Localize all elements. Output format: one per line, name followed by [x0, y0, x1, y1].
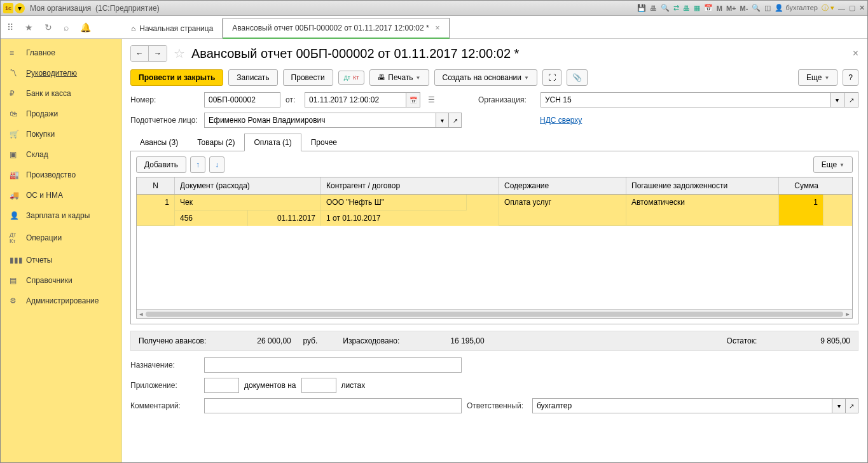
dropdown-icon[interactable]: ▾	[436, 113, 449, 128]
tab-home[interactable]: ⌂ Начальная страница	[121, 18, 223, 38]
responsible-input[interactable]	[532, 398, 832, 413]
mminus-indicator[interactable]: M-	[740, 4, 748, 12]
more-button[interactable]: Еще ▼	[798, 69, 837, 86]
col-sum-header[interactable]: Сумма	[779, 177, 823, 194]
table-row[interactable]: 1 Чек 456 01.11.2017 ООО "Нефть Ш" 1	[137, 195, 852, 226]
tab-document[interactable]: Авансовый отчет 00БП-000002 от 01.11.201…	[223, 18, 449, 39]
nav-reports[interactable]: ▮▮▮Отчеты	[1, 250, 121, 270]
attach-button[interactable]: 📎	[567, 69, 588, 86]
tab-advances[interactable]: Авансы (3)	[130, 134, 188, 151]
nav-purchases[interactable]: 🛒Покупки	[1, 124, 121, 144]
open-icon[interactable]: ↗	[846, 398, 858, 413]
tab-document-label: Авансовый отчет 00БП-000002 от 01.11.201…	[232, 24, 429, 32]
factory-icon: 🏭	[10, 170, 20, 179]
favorite-icon[interactable]: ★	[25, 22, 33, 32]
calendar-picker-icon[interactable]: 📅	[406, 92, 420, 107]
nav-sales[interactable]: 🛍Продажи	[1, 104, 121, 124]
nav-manager[interactable]: 〽Руководителю	[1, 63, 121, 83]
titlebar-menu-button[interactable]: ▾	[15, 3, 25, 13]
maximize-button[interactable]: ▢	[849, 4, 855, 12]
info-icon[interactable]: ⓘ ▾	[822, 3, 834, 13]
cell-doc-date: 01.11.2017	[248, 211, 320, 226]
move-down-button[interactable]: ↓	[209, 156, 224, 173]
person-input[interactable]	[204, 113, 436, 128]
col-pog-header[interactable]: Погашение задолженности	[626, 177, 779, 194]
cell-n: 1	[137, 195, 175, 226]
save-icon[interactable]: 💾	[637, 4, 646, 12]
nav-production[interactable]: 🏭Производство	[1, 165, 121, 185]
dropdown-icon[interactable]: ▾	[830, 92, 844, 107]
m-indicator[interactable]: M	[717, 4, 722, 12]
favorite-star-icon[interactable]: ☆	[174, 46, 185, 61]
nav-admin[interactable]: ⚙Администрирование	[1, 291, 121, 311]
tab-goods[interactable]: Товары (2)	[188, 134, 244, 151]
panels-icon[interactable]: ◫	[764, 4, 771, 12]
cell-doc-num: 456	[175, 211, 248, 226]
nav-forward-button[interactable]: →	[149, 46, 167, 61]
from-label: от:	[286, 95, 300, 104]
nav-main[interactable]: ≡Главное	[1, 43, 121, 63]
bag-icon: 🛍	[10, 109, 20, 118]
summary-bar: Получено авансов: 26 000,00 руб. Израсхо…	[130, 331, 858, 351]
tab-other[interactable]: Прочее	[301, 134, 347, 151]
vat-link[interactable]: НДС сверху	[540, 116, 582, 125]
search-icon[interactable]: ⌕	[64, 22, 69, 32]
number-input[interactable]	[204, 92, 280, 107]
help-button[interactable]: ?	[843, 69, 858, 86]
user-icon[interactable]: 👤 бухгалтер	[775, 4, 818, 12]
print-icon[interactable]: 🖶	[650, 4, 657, 12]
tab-payment[interactable]: Оплата (1)	[244, 134, 301, 151]
open-icon[interactable]: ↗	[844, 92, 858, 107]
close-document-button[interactable]: ×	[853, 48, 858, 59]
history-icon[interactable]: ↻	[45, 22, 52, 32]
dtKt-button[interactable]: ДтКт	[338, 71, 365, 85]
date-input[interactable]	[305, 92, 406, 107]
zoom-icon[interactable]: 🔍	[752, 4, 761, 12]
create-based-button[interactable]: Создать на основании ▼	[434, 69, 537, 86]
top-toolbar: ⠿ ★ ↻ ⌕ 🔔 ⌂ Начальная страница Авансовый…	[1, 16, 867, 39]
col-sod-header[interactable]: Содержание	[499, 177, 626, 194]
col-contr-header[interactable]: Контрагент / договор	[321, 177, 499, 194]
nav-bank[interactable]: ₽Банк и касса	[1, 83, 121, 104]
comment-label: Комментарий:	[130, 401, 199, 410]
nav-hr[interactable]: 👤Зарплата и кадры	[1, 205, 121, 226]
cell-sum[interactable]: 1	[779, 195, 823, 226]
nav-assets[interactable]: 🚚ОС и НМА	[1, 185, 121, 205]
purpose-input[interactable]	[204, 357, 462, 373]
calc-icon[interactable]: ▦	[694, 4, 700, 12]
grid-hscroll[interactable]: ◄ ►	[137, 309, 852, 318]
move-up-button[interactable]: ↑	[190, 156, 205, 173]
tab-close-icon[interactable]: ×	[436, 24, 440, 32]
structure-button[interactable]: ⛶	[542, 69, 561, 86]
nav-operations[interactable]: ДтКтОперации	[1, 226, 121, 250]
sheets-count-input[interactable]	[301, 378, 336, 393]
add-row-button[interactable]: Добавить	[136, 156, 186, 173]
post-button[interactable]: Провести	[283, 69, 333, 86]
close-button[interactable]: ✕	[859, 4, 865, 12]
nav-stock[interactable]: ▣Склад	[1, 144, 121, 165]
nav-back-button[interactable]: ←	[131, 46, 149, 61]
compare-icon[interactable]: ⇄	[673, 4, 679, 12]
print-button[interactable]: 🖶 Печать ▼	[369, 69, 429, 86]
open-icon[interactable]: ↗	[449, 113, 462, 128]
col-n-header[interactable]: N	[137, 177, 175, 194]
panel-more-button[interactable]: Еще ▼	[813, 156, 853, 173]
apps-icon[interactable]: ⠿	[7, 22, 13, 32]
mplus-indicator[interactable]: M+	[726, 4, 736, 12]
comment-input[interactable]	[204, 398, 462, 413]
preview-icon[interactable]: 🔍	[661, 4, 670, 12]
calendar-icon[interactable]: 📅	[704, 4, 713, 12]
minimize-button[interactable]: —	[838, 4, 845, 12]
docs-on-label: документов на	[244, 381, 296, 390]
docs-count-input[interactable]	[204, 378, 239, 393]
save-button[interactable]: Записать	[228, 69, 277, 86]
nav-catalogs[interactable]: ▤Справочники	[1, 270, 121, 291]
org-input[interactable]	[541, 92, 830, 107]
window-title: Моя организация (1С:Предприятие)	[30, 4, 637, 13]
notifications-icon[interactable]: 🔔	[80, 22, 91, 32]
print2-icon[interactable]: 🖶	[683, 4, 690, 12]
dropdown-icon[interactable]: ▾	[832, 398, 845, 413]
col-doc-header[interactable]: Документ (расхода)	[175, 177, 321, 194]
post-and-close-button[interactable]: Провести и закрыть	[130, 69, 223, 86]
nav-label: Склад	[26, 150, 48, 159]
